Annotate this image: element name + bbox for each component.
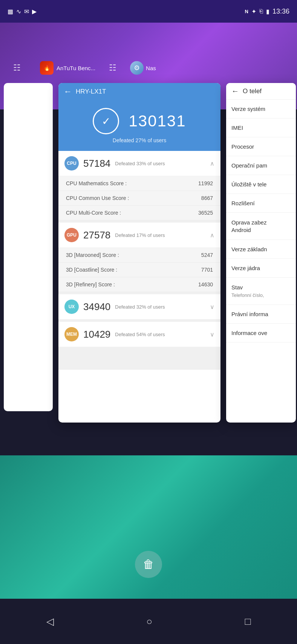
trash-button[interactable]: 🗑	[135, 551, 162, 578]
cpu-score: 57184	[83, 158, 110, 169]
gpu-badge: GPU	[64, 228, 79, 242]
ux-expand-icon[interactable]: ∨	[210, 303, 214, 310]
settings-task-icon: ⚙	[130, 61, 144, 75]
total-score: 130131	[129, 112, 186, 130]
mem-score: 10429	[83, 329, 110, 340]
bluetooth-icon: ✦	[251, 8, 256, 15]
cpu-math-row: CPU Mathematics Score : 11992	[58, 176, 220, 191]
right-menu-item-4[interactable]: Úložiště v tele	[226, 175, 296, 194]
right-menu-item-8[interactable]: Verze jádra	[226, 259, 296, 278]
score-checkmark: ✓	[93, 108, 119, 134]
right-card-title: O telef	[243, 88, 262, 95]
gpu-section-header: GPU 27578 Defeated 17% of users ∧	[58, 223, 220, 248]
ux-section: UX 34940 Defeated 32% of users ∨	[58, 294, 220, 320]
gpu-coastline-label: 3D [Coastline] Score :	[66, 267, 117, 273]
status-time: 13:36	[273, 8, 289, 15]
settings-task-label: Nas	[146, 65, 156, 71]
sim-icon: ▩	[8, 8, 13, 15]
cpu-multicore-row: CPU Multi-Core Score : 36525	[58, 206, 220, 220]
right-menu-item-2[interactable]: Procesor	[226, 137, 296, 156]
wifi-icon: ∿	[16, 8, 21, 15]
trash-icon: 🗑	[143, 558, 154, 571]
gpu-marooned-label: 3D [Marooned] Score :	[66, 252, 119, 258]
antutu-task-label: AnTuTu Benc...	[57, 65, 95, 71]
gpu-section: GPU 27578 Defeated 17% of users ∧ 3D [Ma…	[58, 223, 220, 292]
mem-badge: MEM	[64, 327, 79, 341]
right-menu-item-3[interactable]: Operační pam	[226, 156, 296, 175]
nav-back-button[interactable]: ◁	[46, 616, 54, 627]
right-card-header: ← O telef	[226, 83, 296, 100]
app-cards-container: ← HRY-LX1T ✓ 130131 Defeated 27% of user…	[0, 83, 297, 423]
right-menu-item-7[interactable]: Verze základn	[226, 240, 296, 259]
antutu-task-btn[interactable]: 🔥 AnTuTu Benc...	[34, 58, 101, 78]
mem-defeated: Defeated 54% of users	[115, 332, 210, 337]
nav-home-button[interactable]: ○	[146, 616, 152, 627]
gpu-marooned-value: 5247	[201, 252, 213, 258]
cpu-section-header: CPU 57184 Defeated 33% of users ∧	[58, 151, 220, 176]
nfc-icon: N	[245, 9, 248, 14]
antutu-card-header: ← HRY-LX1T	[58, 83, 220, 100]
mem-section: MEM 10429 Defeated 54% of users ∨	[58, 322, 220, 347]
navigation-bar: ◁ ○ □	[0, 599, 297, 644]
ux-badge: UX	[64, 300, 79, 314]
right-menu-item-1[interactable]: IMEI	[226, 118, 296, 137]
switch-icon-right: ☷	[109, 63, 116, 73]
cpu-badge: CPU	[64, 156, 79, 171]
gpu-defeated: Defeated 17% of users	[115, 232, 210, 238]
recent-apps-area: ← HRY-LX1T ✓ 130131 Defeated 27% of user…	[0, 23, 297, 468]
cpu-math-value: 11992	[198, 180, 213, 186]
cast-icon: ▶	[32, 8, 37, 15]
gpu-coastline-value: 7701	[201, 267, 213, 273]
cpu-multicore-label: CPU Multi-Core Score :	[66, 210, 121, 216]
ux-score: 34940	[83, 301, 110, 313]
right-menu-item-6[interactable]: Oprava zabezAndroid	[226, 213, 296, 240]
nav-recent-button[interactable]: □	[245, 616, 251, 627]
right-menu-item-9[interactable]: StavTelefonní číslo,	[226, 278, 296, 305]
left-empty-card	[4, 83, 53, 411]
antutu-card-title: HRY-LX1T	[76, 88, 106, 95]
gpu-refinery-value: 14630	[198, 281, 213, 287]
gpu-refinery-row: 3D [Refinery] Score : 14630	[58, 277, 220, 292]
right-menu-item-11[interactable]: Informace ove	[226, 324, 296, 343]
cpu-common-value: 8667	[201, 195, 213, 201]
cpu-common-label: CPU Common Use Score :	[66, 195, 129, 201]
cpu-multicore-value: 36525	[198, 210, 213, 216]
right-settings-card[interactable]: ← O telef Verze systém IMEI Procesor Ope…	[226, 83, 296, 423]
settings-task-btn[interactable]: ⚙ Nas	[124, 58, 162, 78]
switch-icon-left: ☷	[13, 63, 21, 73]
gpu-marooned-row: 3D [Marooned] Score : 5247	[58, 248, 220, 263]
total-defeated-text: Defeated 27% of users	[113, 137, 166, 143]
right-back-button[interactable]: ←	[231, 87, 239, 95]
gpu-score: 27578	[83, 229, 110, 241]
cpu-math-label: CPU Mathematics Score :	[66, 180, 127, 186]
right-menu-item-10[interactable]: Právní informa	[226, 305, 296, 324]
gpu-expand-icon[interactable]: ∧	[210, 232, 214, 239]
gpu-coastline-row: 3D [Coastline] Score : 7701	[58, 263, 220, 277]
score-hero: ✓ 130131 Defeated 27% of users	[58, 100, 220, 151]
mem-section-header: MEM 10429 Defeated 54% of users ∨	[58, 322, 220, 347]
task-switcher-bar: ☷ 🔥 AnTuTu Benc... ☷ ⚙ Nas	[0, 58, 297, 77]
ux-defeated: Defeated 32% of users	[115, 304, 210, 310]
antutu-back-button[interactable]: ←	[64, 87, 72, 97]
cpu-common-row: CPU Common Use Score : 8667	[58, 191, 220, 206]
antutu-task-icon: 🔥	[40, 61, 54, 75]
card-bottom-space	[58, 347, 220, 370]
status-left-icons: ▩ ∿ ✉ ▶	[8, 8, 37, 15]
right-menu-item-5[interactable]: Rozlišení	[226, 194, 296, 213]
antutu-card[interactable]: ← HRY-LX1T ✓ 130131 Defeated 27% of user…	[58, 83, 220, 423]
gpu-refinery-label: 3D [Refinery] Score :	[66, 281, 115, 287]
ux-section-header: UX 34940 Defeated 32% of users ∨	[58, 294, 220, 320]
right-menu-item-0[interactable]: Verze systém	[226, 100, 296, 118]
battery-icon: ▮	[266, 8, 269, 15]
cpu-section: CPU 57184 Defeated 33% of users ∧ CPU Ma…	[58, 151, 220, 220]
status-right-icons: N ✦ ⎗ ▮ 13:36	[245, 8, 289, 15]
signal-icon: ⎗	[259, 8, 263, 15]
cpu-expand-icon[interactable]: ∧	[210, 160, 214, 167]
mail-icon: ✉	[24, 8, 29, 15]
status-bar: ▩ ∿ ✉ ▶ N ✦ ⎗ ▮ 13:36	[0, 0, 297, 23]
cpu-defeated: Defeated 33% of users	[115, 161, 210, 166]
mem-expand-icon[interactable]: ∨	[210, 331, 214, 338]
